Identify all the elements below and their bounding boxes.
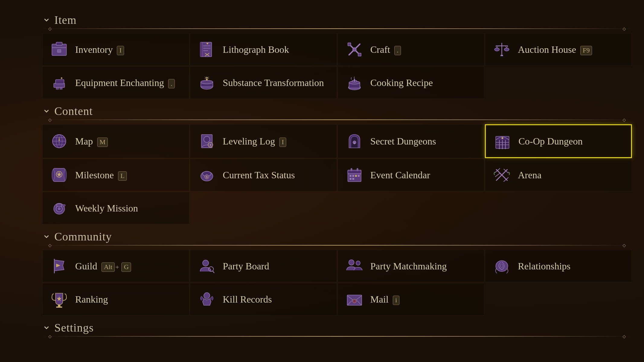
item-chevron-icon xyxy=(42,16,51,24)
guild-icon xyxy=(49,256,70,277)
empty-item-1 xyxy=(485,66,632,99)
party-matchmaking-item[interactable]: Party Matchmaking xyxy=(338,250,485,282)
svg-point-14 xyxy=(353,48,356,51)
svg-rect-82 xyxy=(355,175,357,177)
current-tax-status-text: Current Tax Status xyxy=(223,169,331,181)
substance-transformation-item[interactable]: Substance Transformation xyxy=(190,66,337,99)
inventory-item[interactable]: Inventory I xyxy=(42,33,189,66)
item-section-title: Item xyxy=(54,13,77,27)
equipment-enchanting-icon xyxy=(49,72,70,93)
substance-transformation-icon xyxy=(196,72,217,93)
svg-point-19 xyxy=(495,48,499,51)
svg-rect-107 xyxy=(56,306,62,308)
event-calendar-item[interactable]: Event Calendar xyxy=(338,159,485,191)
event-calendar-text: Event Calendar xyxy=(370,169,478,181)
svg-line-90 xyxy=(495,173,500,177)
svg-point-69 xyxy=(52,170,54,180)
kill-records-item[interactable]: Kill Records xyxy=(190,283,337,316)
map-icon xyxy=(49,131,70,152)
content-grid: Map M ✦ Leveling Log I xyxy=(42,124,632,224)
mail-item[interactable]: Mail i xyxy=(338,283,485,316)
auction-house-text: Auction House F9 xyxy=(518,44,626,55)
empty-item-5 xyxy=(485,283,632,316)
community-grid: Guild Alt+G Party Board xyxy=(42,250,632,316)
lithograph-book-icon xyxy=(196,39,217,60)
empty-item-2 xyxy=(190,192,337,224)
relationships-item[interactable]: Relationships xyxy=(485,250,632,282)
svg-rect-15 xyxy=(348,43,351,46)
cooking-recipe-item[interactable]: Cooking Recipe xyxy=(338,66,485,99)
svg-point-100 xyxy=(203,260,209,266)
milestone-label: Milestone L xyxy=(75,170,127,180)
mail-icon xyxy=(344,289,365,310)
item-divider xyxy=(42,28,632,29)
co-op-dungeon-text: Co-Op Dungeon xyxy=(518,135,625,147)
mail-label: Mail i xyxy=(370,294,400,305)
svg-point-68 xyxy=(501,137,503,139)
svg-rect-25 xyxy=(501,55,503,56)
svg-rect-80 xyxy=(350,175,351,177)
substance-transformation-text: Substance Transformation xyxy=(223,77,331,89)
relationships-icon xyxy=(491,256,512,277)
svg-rect-83 xyxy=(358,175,360,177)
ranking-text: Ranking xyxy=(75,294,183,305)
equipment-enchanting-text: Equipment Enchanting . xyxy=(75,77,183,89)
craft-text: Craft . xyxy=(370,44,478,55)
ranking-label: Ranking xyxy=(75,294,108,305)
milestone-item[interactable]: Milestone L xyxy=(42,159,189,191)
map-item[interactable]: Map M xyxy=(42,124,189,158)
cooking-recipe-label: Cooking Recipe xyxy=(370,77,433,88)
leveling-log-item[interactable]: ✦ Leveling Log I xyxy=(190,124,337,158)
mail-text: Mail i xyxy=(370,294,478,305)
craft-icon xyxy=(344,39,365,60)
current-tax-status-item[interactable]: $ Current Tax Status xyxy=(190,159,337,191)
community-divider xyxy=(42,245,632,246)
milestone-icon xyxy=(49,164,70,186)
svg-point-103 xyxy=(349,260,354,265)
lithograph-book-item[interactable]: Lithograph Book xyxy=(190,33,337,66)
weekly-mission-icon xyxy=(49,198,70,219)
arena-icon xyxy=(491,164,512,186)
craft-item[interactable]: Craft . xyxy=(338,33,485,66)
svg-point-104 xyxy=(356,261,360,265)
event-calendar-label: Event Calendar xyxy=(370,170,430,180)
guild-item[interactable]: Guild Alt+G xyxy=(42,250,189,282)
substance-transformation-label: Substance Transformation xyxy=(223,77,324,88)
empty-item-4 xyxy=(485,192,632,224)
svg-rect-97 xyxy=(57,204,62,206)
svg-rect-85 xyxy=(352,178,354,180)
svg-point-54 xyxy=(204,136,210,142)
item-section-header: Item xyxy=(42,13,632,27)
svg-rect-87 xyxy=(357,168,358,171)
leveling-log-icon: ✦ xyxy=(196,131,217,152)
secret-dungeons-item[interactable]: Secret Dungeons xyxy=(338,124,485,158)
equipment-enchanting-label: Equipment Enchanting . xyxy=(75,77,175,88)
equipment-enchanting-item[interactable]: Equipment Enchanting . xyxy=(42,66,189,99)
main-container: Item Inventory I xyxy=(30,0,644,362)
svg-point-70 xyxy=(64,170,66,180)
content-section-title: Content xyxy=(54,104,93,118)
settings-divider xyxy=(42,336,632,337)
party-board-item[interactable]: Party Board xyxy=(190,250,337,282)
ranking-item[interactable]: Ranking xyxy=(42,283,189,316)
svg-rect-81 xyxy=(352,175,354,177)
map-label: Map M xyxy=(75,136,108,147)
lithograph-book-text: Lithograph Book xyxy=(223,44,331,55)
svg-point-34 xyxy=(201,80,213,84)
svg-point-20 xyxy=(504,48,509,51)
svg-rect-98 xyxy=(63,205,65,206)
map-text: Map M xyxy=(75,135,183,147)
weekly-mission-text: Weekly Mission xyxy=(75,202,183,214)
craft-label: Craft . xyxy=(370,44,401,55)
arena-item[interactable]: Arena xyxy=(485,159,632,191)
secret-dungeons-label: Secret Dungeons xyxy=(370,136,436,147)
arena-text: Arena xyxy=(518,169,626,181)
weekly-mission-item[interactable]: Weekly Mission xyxy=(42,192,189,224)
settings-chevron-icon xyxy=(42,323,51,332)
auction-house-item[interactable]: Auction House F9 xyxy=(485,33,632,66)
co-op-dungeon-item[interactable]: Co-Op Dungeon xyxy=(485,124,632,158)
svg-rect-29 xyxy=(60,87,62,89)
party-board-icon xyxy=(196,256,217,277)
inventory-label: Inventory I xyxy=(75,44,124,55)
party-matchmaking-label: Party Matchmaking xyxy=(370,261,447,272)
